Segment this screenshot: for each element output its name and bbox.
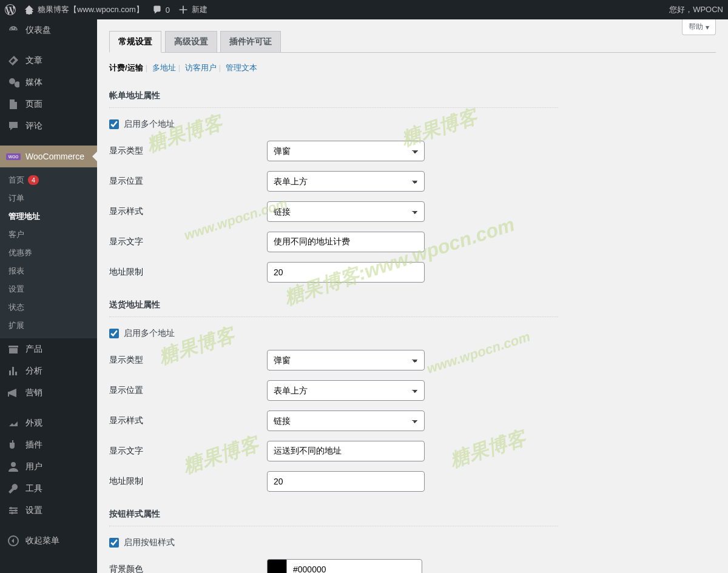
settings-icon [7, 504, 19, 517]
sidebar-label: 用户 [25, 461, 42, 472]
label-display-text: 显示文字 [109, 236, 267, 247]
sidebar-label: 分析 [25, 366, 42, 377]
media-icon [7, 76, 19, 89]
label-address-limit: 地址限制 [109, 267, 267, 278]
tab-general[interactable]: 常规设置 [109, 31, 161, 53]
woo-submenu: 首页4 订单 管理地址 客户 优惠券 报表 设置 状态 扩展 [0, 167, 97, 338]
post-icon [7, 55, 19, 67]
sidebar-item-users[interactable]: 用户 [0, 456, 97, 478]
sidebar-label: 页面 [25, 99, 42, 110]
subnav-guest-user[interactable]: 访客用户 [185, 63, 217, 72]
subnav-multi-address[interactable]: 多地址 [152, 63, 176, 72]
help-tab[interactable]: 帮助▾ [682, 19, 716, 35]
count-badge: 4 [28, 175, 39, 185]
button-enable-checkbox[interactable]: 启用按钮样式 [109, 537, 558, 548]
sidebar-item-collapse[interactable]: 收起菜单 [0, 530, 97, 552]
site-name[interactable]: 糖果博客【www.wpocn.com】 [24, 4, 144, 15]
users-icon [7, 461, 19, 473]
section-button-title: 按钮样式属性 [109, 509, 558, 520]
submenu-coupons[interactable]: 优惠券 [0, 244, 97, 262]
divider [109, 317, 558, 317]
label-display-style: 显示样式 [109, 206, 267, 217]
sidebar-item-media[interactable]: 媒体 [0, 72, 97, 93]
shipping-enable-checkbox[interactable]: 启用多个地址 [109, 328, 558, 339]
user-greeting[interactable]: 您好，WPOCN [669, 4, 723, 15]
billing-enable-checkbox[interactable]: 启用多个地址 [109, 119, 558, 130]
submenu-settings[interactable]: 设置 [0, 280, 97, 298]
sidebar-label: 评论 [25, 121, 42, 132]
shipping-display-position-select[interactable]: 表单上方 [267, 380, 425, 401]
bg-color-input[interactable] [286, 559, 422, 573]
sidebar-label: WooCommerce [25, 152, 84, 161]
section-billing-title: 帐单地址属性 [109, 90, 558, 101]
sidebar-label: 营销 [25, 387, 42, 398]
new-content[interactable]: 新建 [178, 4, 207, 15]
divider [109, 107, 558, 108]
sidebar-label: 设置 [25, 505, 42, 516]
content-area: 帮助▾ 常规设置 高级设置 插件许可证 计费/运输| 多地址| 访客用户| 管理… [97, 19, 728, 573]
shipping-display-style-select[interactable]: 链接 [267, 410, 425, 431]
sidebar-item-plugins[interactable]: 插件 [0, 434, 97, 456]
shipping-address-limit-input[interactable] [267, 471, 425, 492]
sidebar-item-comments[interactable]: 评论 [0, 115, 97, 137]
sidebar-item-posts[interactable]: 文章 [0, 50, 97, 72]
bg-color-swatch[interactable] [267, 559, 286, 573]
sidebar-item-appearance[interactable]: 外观 [0, 412, 97, 434]
submenu-customers[interactable]: 客户 [0, 226, 97, 244]
billing-display-style-select[interactable]: 链接 [267, 201, 425, 222]
nav-tabs: 常规设置 高级设置 插件许可证 [109, 25, 716, 53]
subnav-manage-text[interactable]: 管理文本 [226, 63, 257, 72]
admin-bar: 糖果博客【www.wpocn.com】 0 新建 您好，WPOCN [0, 0, 728, 19]
submenu-manage-address[interactable]: 管理地址 [0, 207, 97, 226]
submenu-orders[interactable]: 订单 [0, 189, 97, 207]
sidebar-item-marketing[interactable]: 营销 [0, 382, 97, 404]
submenu-extensions[interactable]: 扩展 [0, 317, 97, 335]
collapse-icon [7, 535, 19, 547]
sidebar-item-products[interactable]: 产品 [0, 338, 97, 360]
page-icon [7, 98, 19, 110]
sidebar-item-dashboard[interactable]: 仪表盘 [0, 19, 97, 41]
label-display-text: 显示文字 [109, 446, 267, 457]
new-label: 新建 [192, 4, 207, 15]
sidebar-label: 外观 [25, 418, 42, 429]
label-display-position: 显示位置 [109, 385, 267, 396]
sidebar-label: 工具 [25, 483, 42, 494]
label-bg-color: 背景颜色 [109, 564, 267, 573]
tab-license[interactable]: 插件许可证 [220, 31, 281, 53]
svg-point-0 [11, 462, 16, 467]
plugins-icon [7, 439, 19, 451]
admin-sidebar: 仪表盘 文章 媒体 页面 评论 wooWooCommerce 首页4 订单 管理… [0, 19, 97, 573]
site-title-text: 糖果博客【www.wpocn.com】 [38, 4, 144, 15]
submenu-status[interactable]: 状态 [0, 298, 97, 317]
billing-display-position-select[interactable]: 表单上方 [267, 171, 425, 192]
label-display-position: 显示位置 [109, 176, 267, 187]
tools-icon [7, 483, 19, 495]
woo-icon: woo [7, 150, 19, 163]
billing-display-type-select[interactable]: 弹窗 [267, 141, 425, 161]
label-address-limit: 地址限制 [109, 476, 267, 487]
submenu-home[interactable]: 首页4 [0, 171, 97, 189]
subnav-billing-shipping[interactable]: 计费/运输 [109, 63, 143, 72]
billing-address-limit-input[interactable] [267, 262, 425, 283]
appearance-icon [7, 417, 19, 429]
label-display-type: 显示类型 [109, 146, 267, 156]
dashboard-icon [7, 24, 19, 36]
product-icon [7, 343, 19, 355]
sidebar-item-tools[interactable]: 工具 [0, 478, 97, 500]
svg-point-3 [11, 512, 13, 514]
sidebar-label: 媒体 [25, 77, 42, 88]
section-shipping-title: 送货地址属性 [109, 300, 558, 310]
billing-display-text-input[interactable] [267, 232, 425, 252]
sidebar-item-settings[interactable]: 设置 [0, 500, 97, 521]
submenu-reports[interactable]: 报表 [0, 262, 97, 280]
tab-advanced[interactable]: 高级设置 [165, 31, 217, 53]
shipping-display-text-input[interactable] [267, 441, 425, 461]
sidebar-item-pages[interactable]: 页面 [0, 93, 97, 115]
marketing-icon [7, 387, 19, 399]
label-display-style: 显示样式 [109, 415, 267, 426]
shipping-display-type-select[interactable]: 弹窗 [267, 350, 425, 370]
comments-link[interactable]: 0 [152, 5, 170, 15]
sidebar-item-analytics[interactable]: 分析 [0, 360, 97, 382]
sidebar-item-woocommerce[interactable]: wooWooCommerce [0, 146, 97, 167]
wp-logo[interactable] [5, 4, 16, 15]
